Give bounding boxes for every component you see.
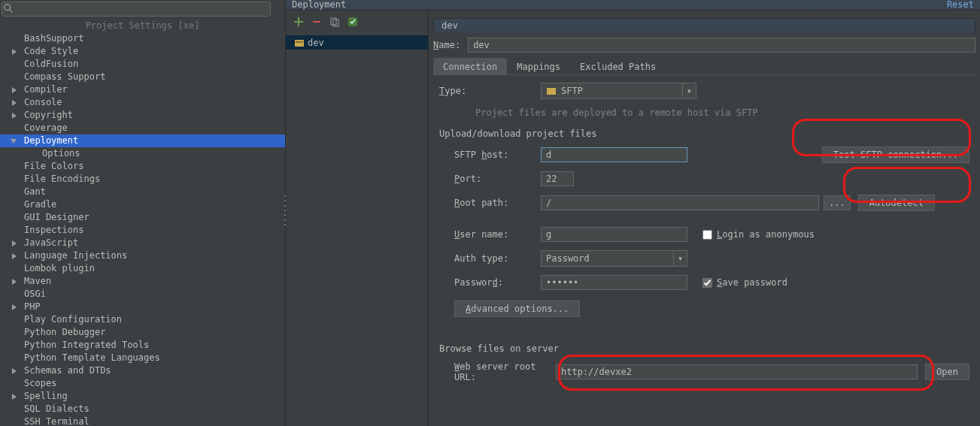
auth-type-select[interactable]: Password ▾ [541, 250, 687, 267]
tree-item-javascript[interactable]: JavaScript [0, 237, 285, 249]
tree-item-spelling[interactable]: Spelling [0, 390, 285, 403]
tree-item-coldfusion[interactable]: ColdFusion [0, 58, 285, 71]
port-label: Port: [439, 174, 541, 184]
sftp-host-input[interactable] [541, 147, 687, 162]
sftp-host-label: SFTP host: [439, 150, 541, 160]
test-sftp-connection-button[interactable]: Test SFTP connection... [822, 147, 969, 163]
reset-link[interactable]: Reset [947, 0, 974, 10]
type-label: Type: [439, 86, 541, 96]
header-bar: Deployment Reset [286, 0, 980, 11]
tab-mappings[interactable]: Mappings [507, 58, 570, 75]
tree-item-deployment[interactable]: Deployment [0, 134, 285, 147]
svg-rect-5 [295, 40, 304, 47]
login-anonymous-label: Login as anonymous [717, 229, 815, 240]
auth-type-value: Password [546, 253, 590, 264]
tree-item-play-configuration[interactable]: Play Configuration [0, 313, 285, 326]
remove-icon[interactable] [311, 17, 322, 29]
tree-item-language-injections[interactable]: Language Injections [0, 249, 285, 262]
tree-item-file-colors[interactable]: File Colors [0, 160, 285, 173]
group-upload-title: Upload/download project files [439, 128, 969, 139]
tab-excluded-paths[interactable]: Excluded Paths [570, 58, 666, 75]
svg-point-0 [5, 5, 11, 11]
panel-title: dev [433, 18, 975, 33]
tree-item-php[interactable]: PHP [0, 301, 285, 313]
tree-item-python-integrated-tools[interactable]: Python Integrated Tools [0, 339, 285, 352]
server-sftp-icon [294, 38, 305, 48]
tree-item-compiler[interactable]: Compiler [0, 83, 285, 96]
search-row [0, 0, 285, 18]
tree-item-lombok-plugin[interactable]: Lombok plugin [0, 262, 285, 275]
password-input[interactable] [541, 275, 687, 290]
group-browse-title: Browse files on server [439, 343, 969, 354]
name-label: NName:ame: [433, 40, 460, 50]
tree-item-python-debugger[interactable]: Python Debugger [0, 326, 285, 339]
sftp-icon [546, 86, 557, 96]
svg-rect-6 [296, 41, 303, 43]
server-toolbar [286, 15, 428, 35]
name-input[interactable] [468, 38, 975, 53]
copy-icon[interactable] [329, 17, 340, 29]
tree-item-sql-dialects[interactable]: SQL Dialects [0, 403, 285, 415]
tree-item-file-encodings[interactable]: File Encodings [0, 173, 285, 186]
tree-item-console[interactable]: Console [0, 96, 285, 109]
web-url-input[interactable] [556, 364, 918, 379]
tree-item-options[interactable]: Options [0, 147, 285, 160]
chevron-down-icon: ▾ [682, 83, 696, 99]
browse-root-button[interactable]: ... [824, 195, 851, 210]
header-title: Deployment [292, 0, 346, 10]
tree-item-maven[interactable]: Maven [0, 275, 285, 288]
username-label: User name: [439, 229, 541, 240]
type-select[interactable]: SFTP ▾ [541, 83, 696, 99]
settings-tree-panel: Project Settings [xe] BashSupportCode St… [0, 0, 286, 426]
svg-line-1 [10, 10, 13, 13]
tree-item-schemas-and-dtds[interactable]: Schemas and DTDs [0, 364, 285, 377]
autodetect-button[interactable]: Autodetect [858, 195, 935, 211]
tree-item-gui-designer[interactable]: GUI Designer [0, 211, 285, 224]
use-default-icon[interactable] [347, 17, 358, 29]
tab-connection[interactable]: Connection [433, 58, 507, 75]
port-input[interactable] [541, 171, 574, 186]
add-icon[interactable] [293, 17, 304, 29]
server-list-column: dev [286, 11, 429, 426]
tree-item-coverage[interactable]: Coverage [0, 122, 285, 134]
splitter-handle[interactable] [284, 195, 287, 225]
chevron-down-icon: ▾ [673, 250, 687, 267]
svg-rect-7 [547, 88, 556, 95]
auth-type-label: Auth type: [439, 253, 541, 264]
save-password-label: Save password [717, 277, 787, 288]
open-url-button[interactable]: Open [925, 364, 969, 380]
search-input[interactable] [2, 2, 271, 17]
type-value: SFTP [561, 86, 583, 96]
server-item-label: dev [308, 38, 324, 48]
tree-item-ssh-terminal[interactable]: SSH Terminal [0, 415, 285, 426]
root-path-label: Root path: [439, 198, 541, 208]
tree-item-python-template-languages[interactable]: Python Template Languages [0, 352, 285, 364]
deployment-tabs: Connection Mappings Excluded Paths [433, 57, 975, 75]
web-url-label: Web server root URL: [439, 361, 556, 382]
server-item-dev[interactable]: dev [286, 35, 428, 50]
advanced-options-button[interactable]: Advanced options... [454, 301, 580, 317]
save-password-checkbox[interactable] [702, 278, 712, 288]
tree-item-inspections[interactable]: Inspections [0, 224, 285, 237]
tree-item-gradle[interactable]: Gradle [0, 198, 285, 211]
tree-item-gant[interactable]: Gant [0, 186, 285, 198]
form-column: dev NName:ame: Connection Mappings Exclu… [429, 11, 980, 426]
login-anonymous-checkbox[interactable] [702, 230, 712, 240]
tree-item-scopes[interactable]: Scopes [0, 377, 285, 390]
settings-tree[interactable]: BashSupportCode StyleColdFusionCompass S… [0, 32, 285, 426]
tree-item-code-style[interactable]: Code Style [0, 45, 285, 58]
section-title: Project Settings [xe] [0, 18, 285, 32]
tree-item-osgi[interactable]: OSGi [0, 288, 285, 301]
tree-item-compass-support[interactable]: Compass Support [0, 71, 285, 83]
type-note: Project files are deployed to a remote h… [475, 107, 969, 118]
search-icon [3, 3, 14, 16]
tree-item-bashsupport[interactable]: BashSupport [0, 32, 285, 45]
password-label: Password: [439, 277, 541, 288]
tree-item-copyright[interactable]: Copyright [0, 109, 285, 122]
username-input[interactable] [541, 227, 687, 242]
root-path-input[interactable] [541, 195, 819, 210]
